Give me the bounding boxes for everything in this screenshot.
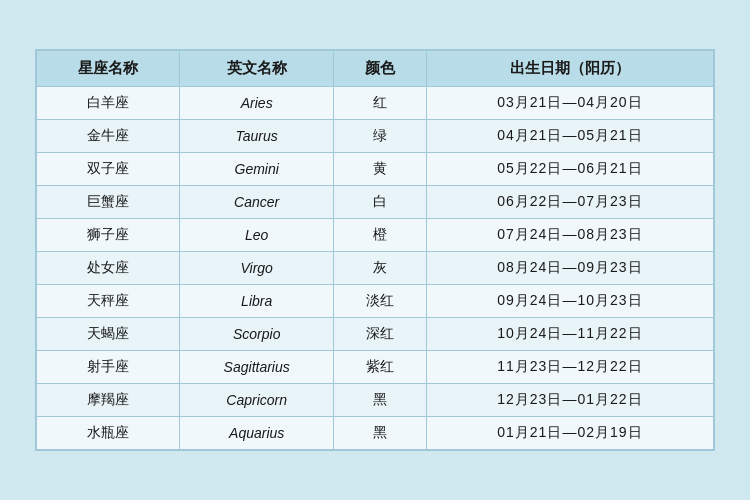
table-row: 巨蟹座Cancer白06月22日—07月23日	[37, 186, 714, 219]
cell-english-name: Scorpio	[180, 318, 334, 351]
cell-english-name: Leo	[180, 219, 334, 252]
cell-dates: 12月23日—01月22日	[426, 384, 713, 417]
table-row: 狮子座Leo橙07月24日—08月23日	[37, 219, 714, 252]
cell-chinese-name: 金牛座	[37, 120, 180, 153]
cell-english-name: Gemini	[180, 153, 334, 186]
header-chinese-name: 星座名称	[37, 51, 180, 87]
cell-color: 绿	[334, 120, 427, 153]
cell-dates: 11月23日—12月22日	[426, 351, 713, 384]
cell-color: 红	[334, 87, 427, 120]
cell-dates: 06月22日—07月23日	[426, 186, 713, 219]
table-header-row: 星座名称 英文名称 颜色 出生日期（阳历）	[37, 51, 714, 87]
cell-english-name: Libra	[180, 285, 334, 318]
zodiac-table-container: 星座名称 英文名称 颜色 出生日期（阳历） 白羊座Aries红03月21日—04…	[35, 49, 715, 451]
cell-chinese-name: 天秤座	[37, 285, 180, 318]
cell-english-name: Capricorn	[180, 384, 334, 417]
table-row: 天秤座Libra淡红09月24日—10月23日	[37, 285, 714, 318]
cell-dates: 10月24日—11月22日	[426, 318, 713, 351]
cell-color: 白	[334, 186, 427, 219]
cell-color: 深红	[334, 318, 427, 351]
table-row: 水瓶座Aquarius黑01月21日—02月19日	[37, 417, 714, 450]
cell-dates: 03月21日—04月20日	[426, 87, 713, 120]
cell-english-name: Taurus	[180, 120, 334, 153]
cell-english-name: Cancer	[180, 186, 334, 219]
table-row: 处女座Virgo灰08月24日—09月23日	[37, 252, 714, 285]
cell-color: 黑	[334, 417, 427, 450]
cell-dates: 08月24日—09月23日	[426, 252, 713, 285]
cell-color: 灰	[334, 252, 427, 285]
cell-chinese-name: 摩羯座	[37, 384, 180, 417]
header-english-name: 英文名称	[180, 51, 334, 87]
cell-dates: 05月22日—06月21日	[426, 153, 713, 186]
cell-dates: 01月21日—02月19日	[426, 417, 713, 450]
cell-color: 黑	[334, 384, 427, 417]
cell-color: 橙	[334, 219, 427, 252]
table-row: 双子座Gemini黄05月22日—06月21日	[37, 153, 714, 186]
cell-chinese-name: 双子座	[37, 153, 180, 186]
table-row: 天蝎座Scorpio深红10月24日—11月22日	[37, 318, 714, 351]
cell-english-name: Aquarius	[180, 417, 334, 450]
cell-english-name: Sagittarius	[180, 351, 334, 384]
cell-color: 黄	[334, 153, 427, 186]
cell-dates: 07月24日—08月23日	[426, 219, 713, 252]
header-color: 颜色	[334, 51, 427, 87]
cell-chinese-name: 水瓶座	[37, 417, 180, 450]
cell-chinese-name: 天蝎座	[37, 318, 180, 351]
header-birth-date: 出生日期（阳历）	[426, 51, 713, 87]
table-row: 射手座Sagittarius紫红11月23日—12月22日	[37, 351, 714, 384]
cell-chinese-name: 狮子座	[37, 219, 180, 252]
zodiac-table: 星座名称 英文名称 颜色 出生日期（阳历） 白羊座Aries红03月21日—04…	[36, 50, 714, 450]
table-row: 白羊座Aries红03月21日—04月20日	[37, 87, 714, 120]
cell-english-name: Virgo	[180, 252, 334, 285]
cell-english-name: Aries	[180, 87, 334, 120]
table-row: 金牛座Taurus绿04月21日—05月21日	[37, 120, 714, 153]
cell-chinese-name: 处女座	[37, 252, 180, 285]
cell-dates: 04月21日—05月21日	[426, 120, 713, 153]
cell-color: 淡红	[334, 285, 427, 318]
cell-chinese-name: 白羊座	[37, 87, 180, 120]
table-row: 摩羯座Capricorn黑12月23日—01月22日	[37, 384, 714, 417]
cell-chinese-name: 射手座	[37, 351, 180, 384]
cell-dates: 09月24日—10月23日	[426, 285, 713, 318]
cell-chinese-name: 巨蟹座	[37, 186, 180, 219]
cell-color: 紫红	[334, 351, 427, 384]
